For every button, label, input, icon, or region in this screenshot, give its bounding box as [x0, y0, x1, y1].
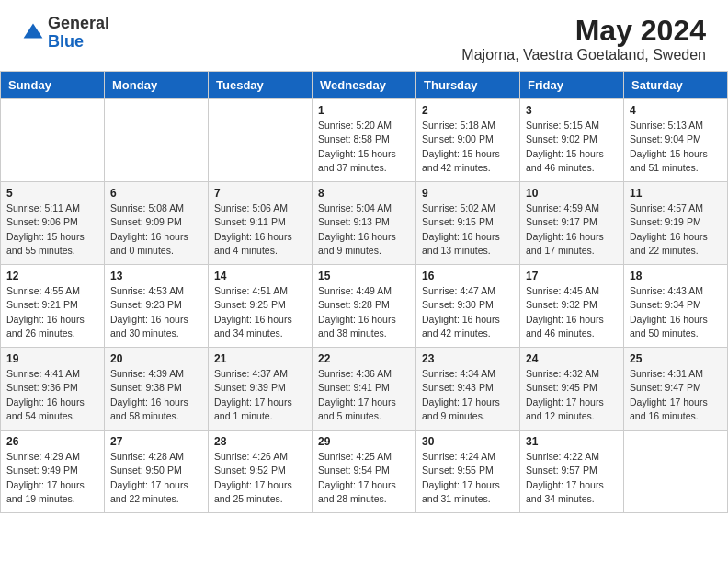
- weekday-header-tuesday: Tuesday: [209, 72, 313, 99]
- day-number: 11: [630, 187, 722, 200]
- calendar-cell-week2-day1: 6Sunrise: 5:08 AM Sunset: 9:09 PM Daylig…: [105, 182, 209, 265]
- day-detail: Sunrise: 4:41 AM Sunset: 9:36 PM Dayligh…: [6, 367, 98, 423]
- day-number: 12: [6, 270, 98, 282]
- day-number: 30: [422, 435, 514, 448]
- day-number: 16: [422, 270, 514, 282]
- calendar-cell-week1-day6: 4Sunrise: 5:13 AM Sunset: 9:04 PM Daylig…: [624, 99, 728, 182]
- day-detail: Sunrise: 4:45 AM Sunset: 9:32 PM Dayligh…: [526, 284, 618, 340]
- calendar-cell-week4-day1: 20Sunrise: 4:39 AM Sunset: 9:38 PM Dayli…: [105, 348, 209, 431]
- day-number: 8: [318, 187, 410, 200]
- day-detail: Sunrise: 5:20 AM Sunset: 8:58 PM Dayligh…: [318, 119, 410, 175]
- calendar-week-2: 5Sunrise: 5:11 AM Sunset: 9:06 PM Daylig…: [1, 182, 728, 265]
- day-detail: Sunrise: 4:47 AM Sunset: 9:30 PM Dayligh…: [422, 284, 514, 340]
- day-number: 15: [318, 270, 410, 282]
- calendar-cell-week5-day3: 29Sunrise: 4:25 AM Sunset: 9:54 PM Dayli…: [313, 431, 416, 513]
- day-detail: Sunrise: 4:37 AM Sunset: 9:39 PM Dayligh…: [214, 367, 306, 423]
- day-detail: Sunrise: 4:55 AM Sunset: 9:21 PM Dayligh…: [6, 284, 98, 340]
- day-number: 19: [6, 352, 98, 365]
- calendar-cell-week5-day6: [624, 431, 728, 513]
- page-header: General Blue May 2024 Majorna, Vaestra G…: [0, 0, 728, 71]
- calendar-cell-week4-day6: 25Sunrise: 4:31 AM Sunset: 9:47 PM Dayli…: [624, 348, 728, 431]
- day-detail: Sunrise: 4:57 AM Sunset: 9:19 PM Dayligh…: [630, 201, 722, 258]
- day-detail: Sunrise: 5:02 AM Sunset: 9:15 PM Dayligh…: [422, 201, 514, 258]
- day-number: 4: [630, 104, 722, 117]
- day-number: 22: [318, 352, 410, 365]
- calendar-cell-week4-day0: 19Sunrise: 4:41 AM Sunset: 9:36 PM Dayli…: [1, 348, 105, 431]
- logo-general: General: [48, 14, 109, 32]
- day-detail: Sunrise: 4:34 AM Sunset: 9:43 PM Dayligh…: [422, 367, 514, 423]
- svg-marker-0: [24, 23, 43, 38]
- calendar-cell-week5-day4: 30Sunrise: 4:24 AM Sunset: 9:55 PM Dayli…: [416, 431, 520, 513]
- calendar-cell-week4-day2: 21Sunrise: 4:37 AM Sunset: 9:39 PM Dayli…: [209, 348, 313, 431]
- day-detail: Sunrise: 4:43 AM Sunset: 9:34 PM Dayligh…: [630, 284, 722, 340]
- weekday-header-sunday: Sunday: [1, 72, 105, 99]
- calendar-cell-week3-day0: 12Sunrise: 4:55 AM Sunset: 9:21 PM Dayli…: [1, 265, 105, 348]
- calendar-cell-week2-day2: 7Sunrise: 5:06 AM Sunset: 9:11 PM Daylig…: [209, 182, 313, 265]
- calendar-cell-week1-day5: 3Sunrise: 5:15 AM Sunset: 9:02 PM Daylig…: [520, 99, 624, 182]
- day-detail: Sunrise: 5:15 AM Sunset: 9:02 PM Dayligh…: [526, 119, 618, 175]
- weekday-header-friday: Friday: [520, 72, 624, 99]
- calendar-week-5: 26Sunrise: 4:29 AM Sunset: 9:49 PM Dayli…: [1, 431, 728, 513]
- day-number: 1: [318, 104, 410, 117]
- location-subtitle: Majorna, Vaestra Goetaland, Sweden: [461, 47, 706, 63]
- day-number: 10: [526, 187, 618, 200]
- day-detail: Sunrise: 5:06 AM Sunset: 9:11 PM Dayligh…: [214, 201, 306, 258]
- calendar-header: SundayMondayTuesdayWednesdayThursdayFrid…: [1, 72, 728, 99]
- day-detail: Sunrise: 4:36 AM Sunset: 9:41 PM Dayligh…: [318, 367, 410, 423]
- day-number: 24: [526, 352, 618, 365]
- day-detail: Sunrise: 4:59 AM Sunset: 9:17 PM Dayligh…: [526, 201, 618, 258]
- day-number: 21: [214, 352, 306, 365]
- day-number: 9: [422, 187, 514, 200]
- day-number: 26: [6, 435, 98, 448]
- calendar-cell-week5-day5: 31Sunrise: 4:22 AM Sunset: 9:57 PM Dayli…: [520, 431, 624, 513]
- calendar-cell-week2-day5: 10Sunrise: 4:59 AM Sunset: 9:17 PM Dayli…: [520, 182, 624, 265]
- day-detail: Sunrise: 4:28 AM Sunset: 9:50 PM Dayligh…: [110, 450, 202, 506]
- calendar-cell-week1-day2: [209, 99, 313, 182]
- calendar-cell-week3-day6: 18Sunrise: 4:43 AM Sunset: 9:34 PM Dayli…: [624, 265, 728, 348]
- calendar-cell-week5-day0: 26Sunrise: 4:29 AM Sunset: 9:49 PM Dayli…: [1, 431, 105, 513]
- day-number: 25: [630, 352, 722, 365]
- day-detail: Sunrise: 5:11 AM Sunset: 9:06 PM Dayligh…: [6, 201, 98, 258]
- day-number: 17: [526, 270, 618, 282]
- calendar-cell-week3-day3: 15Sunrise: 4:49 AM Sunset: 9:28 PM Dayli…: [313, 265, 416, 348]
- day-number: 31: [526, 435, 618, 448]
- logo-blue: Blue: [48, 32, 84, 51]
- day-number: 23: [422, 352, 514, 365]
- day-detail: Sunrise: 4:39 AM Sunset: 9:38 PM Dayligh…: [110, 367, 202, 423]
- day-detail: Sunrise: 4:51 AM Sunset: 9:25 PM Dayligh…: [214, 284, 306, 340]
- calendar-cell-week3-day4: 16Sunrise: 4:47 AM Sunset: 9:30 PM Dayli…: [416, 265, 520, 348]
- day-detail: Sunrise: 5:08 AM Sunset: 9:09 PM Dayligh…: [110, 201, 202, 258]
- day-number: 27: [110, 435, 202, 448]
- logo-icon: [22, 22, 44, 44]
- calendar-body: 1Sunrise: 5:20 AM Sunset: 8:58 PM Daylig…: [1, 99, 728, 513]
- day-number: 7: [214, 187, 306, 200]
- calendar-cell-week2-day4: 9Sunrise: 5:02 AM Sunset: 9:15 PM Daylig…: [416, 182, 520, 265]
- day-detail: Sunrise: 4:22 AM Sunset: 9:57 PM Dayligh…: [526, 450, 618, 506]
- weekday-header-row: SundayMondayTuesdayWednesdayThursdayFrid…: [1, 72, 728, 99]
- calendar-table: SundayMondayTuesdayWednesdayThursdayFrid…: [0, 71, 728, 513]
- calendar-cell-week2-day0: 5Sunrise: 5:11 AM Sunset: 9:06 PM Daylig…: [1, 182, 105, 265]
- day-detail: Sunrise: 4:29 AM Sunset: 9:49 PM Dayligh…: [6, 450, 98, 506]
- calendar-cell-week3-day5: 17Sunrise: 4:45 AM Sunset: 9:32 PM Dayli…: [520, 265, 624, 348]
- day-detail: Sunrise: 4:49 AM Sunset: 9:28 PM Dayligh…: [318, 284, 410, 340]
- day-number: 6: [110, 187, 202, 200]
- calendar-cell-week1-day3: 1Sunrise: 5:20 AM Sunset: 8:58 PM Daylig…: [313, 99, 416, 182]
- calendar-cell-week4-day5: 24Sunrise: 4:32 AM Sunset: 9:45 PM Dayli…: [520, 348, 624, 431]
- calendar-cell-week5-day2: 28Sunrise: 4:26 AM Sunset: 9:52 PM Dayli…: [209, 431, 313, 513]
- day-number: 3: [526, 104, 618, 117]
- weekday-header-wednesday: Wednesday: [313, 72, 416, 99]
- title-block: May 2024 Majorna, Vaestra Goetaland, Swe…: [461, 15, 706, 63]
- day-detail: Sunrise: 5:18 AM Sunset: 9:00 PM Dayligh…: [422, 119, 514, 175]
- day-detail: Sunrise: 4:31 AM Sunset: 9:47 PM Dayligh…: [630, 367, 722, 423]
- weekday-header-thursday: Thursday: [416, 72, 520, 99]
- day-number: 29: [318, 435, 410, 448]
- day-detail: Sunrise: 4:24 AM Sunset: 9:55 PM Dayligh…: [422, 450, 514, 506]
- day-number: 18: [630, 270, 722, 282]
- calendar-cell-week4-day4: 23Sunrise: 4:34 AM Sunset: 9:43 PM Dayli…: [416, 348, 520, 431]
- calendar-cell-week2-day6: 11Sunrise: 4:57 AM Sunset: 9:19 PM Dayli…: [624, 182, 728, 265]
- day-detail: Sunrise: 4:53 AM Sunset: 9:23 PM Dayligh…: [110, 284, 202, 340]
- calendar-cell-week3-day2: 14Sunrise: 4:51 AM Sunset: 9:25 PM Dayli…: [209, 265, 313, 348]
- calendar-cell-week1-day0: [1, 99, 105, 182]
- logo-text: General Blue: [48, 15, 109, 52]
- month-year-title: May 2024: [461, 15, 706, 47]
